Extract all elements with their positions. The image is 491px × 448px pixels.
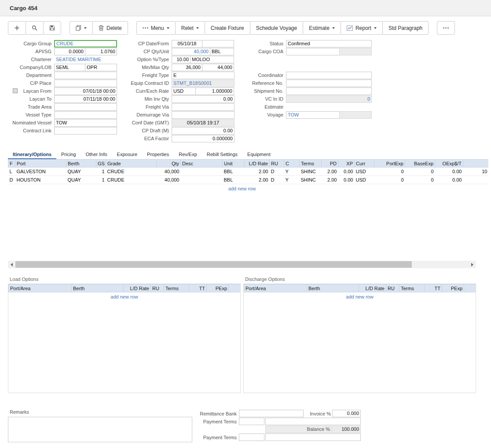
col-header-grade[interactable]: Grade <box>106 160 157 168</box>
cell-unit[interactable]: BBL <box>223 168 245 176</box>
demurrage-via-input[interactable] <box>172 111 235 119</box>
freight-type-input[interactable]: E <box>172 72 235 79</box>
company-lob-input-2[interactable]: OPR <box>85 64 117 71</box>
cell-berth[interactable]: QUAY <box>66 176 96 184</box>
itinerary-row-2[interactable]: DHOUSTONQUAY1CRUDE40,000BBL2.00DYSHINC2.… <box>8 176 489 184</box>
cell-ld-rate[interactable]: 2.00 <box>245 168 270 176</box>
cell-oexp-t[interactable]: 0.00 <box>435 176 463 184</box>
col-header-xp[interactable]: XP <box>338 160 355 168</box>
create-fixture-button[interactable]: Create Fixture <box>205 21 250 35</box>
cell-curr[interactable]: USD <box>355 168 374 176</box>
shipment-no-input[interactable] <box>286 87 372 95</box>
col-header-terms[interactable]: Terms <box>300 160 322 168</box>
cell-baseexp[interactable]: 0 <box>405 168 435 176</box>
api-sg-input[interactable]: 0.0000 <box>54 48 85 55</box>
cell-ld-rate[interactable]: 2.00 <box>245 176 270 184</box>
option-pct-type-input[interactable]: 10.00 <box>172 56 191 63</box>
cell-c[interactable]: Y <box>284 168 300 176</box>
cell-berth[interactable]: QUAY <box>66 168 96 176</box>
cell-qty[interactable]: 40,000 <box>157 176 181 184</box>
payment-terms-code-input[interactable] <box>239 418 264 425</box>
std-paragraph-button[interactable]: Std Paragraph <box>382 21 429 35</box>
cargo-coa-input-2[interactable] <box>339 48 372 55</box>
col-header-tt[interactable]: TT <box>425 284 442 292</box>
cell-more[interactable] <box>463 176 489 184</box>
tab-other-info[interactable]: Other Info <box>81 151 112 159</box>
cell-baseexp[interactable]: 0 <box>405 176 435 184</box>
col-header-more[interactable] <box>463 160 489 168</box>
col-header-berth[interactable]: Berth <box>307 284 359 292</box>
tab-rev-exp[interactable]: Rev/Exp <box>174 151 202 159</box>
min-max-qty-input-2[interactable]: 44,000 <box>202 64 234 71</box>
relet-button[interactable]: Relet <box>175 21 205 35</box>
equip-contract-id-input[interactable]: STMT_B18S0001 <box>172 80 235 87</box>
col-header-ld-rate[interactable]: L/D Rate <box>359 284 386 292</box>
curr-exch-rate-input[interactable]: USD <box>172 87 196 95</box>
col-header-unit[interactable]: Unit <box>223 160 245 168</box>
scroll-left-button[interactable] <box>8 261 15 268</box>
cp-date-form-input[interactable]: 05/10/18 <box>172 40 202 47</box>
col-header-port-area[interactable]: Port/Area <box>244 284 307 292</box>
report-button[interactable]: Report <box>341 21 383 35</box>
freight-via-input[interactable] <box>172 103 235 111</box>
col-header-ru[interactable]: RU <box>270 160 284 168</box>
col-header-port-area[interactable]: Port/Area <box>9 284 72 292</box>
schedule-voyage-button[interactable]: Schedule Voyage <box>250 21 303 35</box>
cell-f[interactable]: L <box>8 168 15 176</box>
cargo-group-input[interactable]: CRUDE <box>54 40 117 47</box>
department-input[interactable] <box>54 72 117 79</box>
voyage-input[interactable]: TOW <box>286 111 340 119</box>
eca-factor-input[interactable]: 0.000000 <box>172 135 235 142</box>
col-header-tt[interactable]: TT <box>189 284 207 292</box>
status-input[interactable]: Confirmed <box>286 40 372 47</box>
col-header-ld-rate[interactable]: L/D Rate <box>245 160 270 168</box>
payment-terms-2-code-input[interactable] <box>239 433 264 441</box>
cell-more[interactable]: 10 <box>463 168 489 176</box>
scroll-right-button[interactable] <box>469 261 476 268</box>
cell-portexp[interactable]: 0 <box>374 168 405 176</box>
copy-button[interactable] <box>70 21 93 35</box>
cell-f[interactable]: D <box>8 176 15 184</box>
tab-rebill-settings[interactable]: Rebill Settings <box>202 151 242 159</box>
cell-ru[interactable]: D <box>270 168 284 176</box>
col-header-baseexp[interactable]: BaseExp <box>405 160 435 168</box>
col-header-f[interactable]: F <box>8 160 15 168</box>
tab-itinerary-options[interactable]: Itinerary/Options <box>8 151 56 159</box>
cell-oexp-t[interactable]: 0.00 <box>435 168 463 176</box>
cell-desc[interactable] <box>181 168 223 176</box>
payment-terms-desc-input[interactable] <box>265 418 361 425</box>
col-header-berth[interactable]: Berth <box>66 160 96 168</box>
cell-portexp[interactable]: 0 <box>374 176 405 184</box>
cell-terms[interactable]: SHINC <box>300 168 322 176</box>
remarks-textarea[interactable] <box>8 417 192 442</box>
cell-grade[interactable]: CRUDE <box>106 168 157 176</box>
col-header-pexp[interactable]: PExp <box>207 284 229 292</box>
cp-draft-m-input[interactable]: 0.00 <box>172 127 235 135</box>
itinerary-row-1[interactable]: LGALVESTONQUAY1CRUDE40,000BBL2.00DYSHINC… <box>8 168 489 176</box>
new-button[interactable] <box>8 21 26 35</box>
itinerary-add-row[interactable]: add new row <box>8 186 476 191</box>
col-header-ru[interactable]: RU <box>151 284 164 292</box>
tab-properties[interactable]: Properties <box>142 151 174 159</box>
cell-qty[interactable]: 40,000 <box>157 168 181 176</box>
cell-grade[interactable]: CRUDE <box>106 176 157 184</box>
col-header-spacer[interactable] <box>464 284 476 292</box>
curr-exch-rate-input-2[interactable]: 1.000000 <box>195 87 234 95</box>
cell-port[interactable]: GALVESTON <box>15 168 66 176</box>
scrollbar-thumb[interactable] <box>15 261 412 268</box>
coordinator-input[interactable] <box>286 72 372 79</box>
cell-gs[interactable]: 1 <box>96 176 106 184</box>
tab-exposure[interactable]: Exposure <box>112 151 142 159</box>
horizontal-scrollbar[interactable] <box>8 261 476 268</box>
delete-button[interactable]: Delete <box>92 21 128 35</box>
load-options-add-row[interactable]: add new row <box>8 294 240 299</box>
charterer-input[interactable]: SEATIDE MARITIME <box>54 56 117 63</box>
voyage-input-2[interactable] <box>339 111 372 119</box>
reference-no-input[interactable] <box>286 80 372 87</box>
col-header-pd[interactable]: PD <box>322 160 338 168</box>
cell-c[interactable]: Y <box>284 176 300 184</box>
cell-curr[interactable]: USD <box>355 176 374 184</box>
cell-desc[interactable] <box>181 176 223 184</box>
col-header-ru[interactable]: RU <box>386 284 399 292</box>
remittance-bank-input[interactable] <box>239 410 304 417</box>
